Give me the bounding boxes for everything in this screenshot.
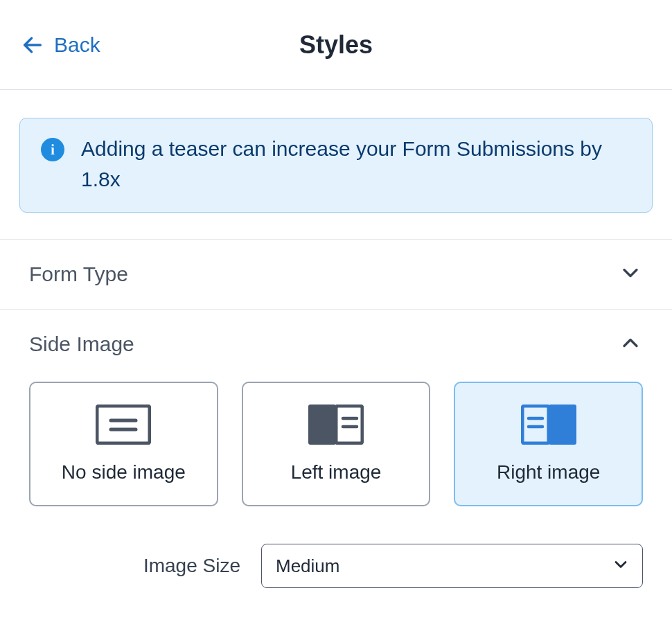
no-side-image-icon [96, 405, 151, 445]
option-label: Left image [291, 461, 382, 483]
arrow-left-icon [21, 33, 44, 57]
section-form-type-title: Form Type [29, 263, 128, 286]
info-text: Adding a teaser can increase your Form S… [81, 134, 631, 194]
option-no-side-image[interactable]: No side image [29, 382, 218, 506]
svg-rect-8 [522, 406, 549, 443]
info-banner-wrap: i Adding a teaser can increase your Form… [0, 90, 672, 240]
left-image-icon [308, 405, 364, 445]
option-right-image[interactable]: Right image [454, 382, 643, 506]
section-form-type[interactable]: Form Type [0, 240, 672, 310]
chevron-down-icon [618, 260, 643, 288]
svg-rect-11 [549, 405, 576, 445]
side-image-options: No side image Left image [0, 382, 672, 506]
svg-rect-4 [308, 405, 336, 445]
image-size-label: Image Size [29, 555, 240, 577]
section-side-image-title: Side Image [29, 332, 134, 356]
svg-rect-5 [336, 406, 362, 443]
page-title: Styles [299, 30, 373, 60]
back-button[interactable]: Back [21, 33, 100, 57]
back-label: Back [54, 33, 100, 57]
option-label: No side image [62, 461, 186, 483]
image-size-select-wrap: Medium [261, 544, 643, 588]
page-header: Back Styles [0, 0, 672, 90]
info-banner: i Adding a teaser can increase your Form… [19, 118, 653, 213]
info-icon: i [41, 138, 64, 161]
svg-rect-1 [97, 406, 150, 443]
chevron-up-icon [618, 330, 643, 358]
image-size-select[interactable]: Medium [261, 544, 643, 588]
section-side-image[interactable]: Side Image [0, 310, 672, 382]
image-size-row: Image Size Medium [0, 506, 672, 588]
option-label: Right image [497, 461, 600, 483]
option-left-image[interactable]: Left image [242, 382, 431, 506]
right-image-icon [521, 405, 576, 445]
